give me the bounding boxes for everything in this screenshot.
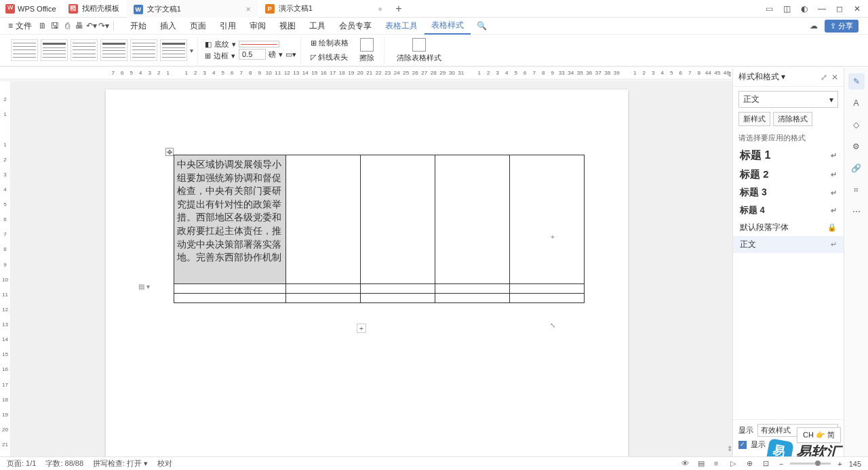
menu-tab-member[interactable]: 会员专享 xyxy=(332,18,378,34)
table-cell[interactable] xyxy=(510,155,585,284)
more-icon[interactable]: ⋯ xyxy=(848,203,865,220)
show-preview-checkbox[interactable] xyxy=(738,441,747,449)
statusbar: 页面: 1/1 字数: 88/88 拼写检查: 打开 ▾ 校对 👁 ▤ ≡ ▷ … xyxy=(0,456,868,470)
style-item[interactable]: 默认段落字体🔒 xyxy=(733,219,844,236)
style-item[interactable]: 正文↵ xyxy=(733,236,844,253)
page-indicator[interactable]: 页面: 1/1 xyxy=(7,458,36,469)
tab-close-icon[interactable]: ● xyxy=(378,4,382,14)
tab-close-icon[interactable]: × xyxy=(246,5,251,14)
table-move-handle[interactable]: ✥ xyxy=(165,148,174,156)
table-resize-handle[interactable]: ⤡ xyxy=(549,321,556,328)
menu-tab-page[interactable]: 页面 xyxy=(183,18,213,34)
tab-presentation[interactable]: P 演示文稿1 ● xyxy=(258,0,390,18)
border-apply-icon[interactable]: ▭▾ xyxy=(285,50,296,59)
table-style-preset[interactable] xyxy=(41,39,68,61)
zoom-slider[interactable] xyxy=(790,463,831,465)
style-item[interactable]: 标题 4↵ xyxy=(733,201,844,219)
cloud-icon[interactable]: ☁ xyxy=(808,20,819,31)
page-view-icon[interactable]: ▤ xyxy=(698,459,707,469)
outline-view-icon[interactable]: ≡ xyxy=(714,459,724,469)
share-button[interactable]: ⇪分享 xyxy=(825,20,859,33)
eye-icon[interactable]: 👁 xyxy=(682,459,691,469)
border-color-dropdown[interactable] xyxy=(239,41,279,47)
close-pane-icon[interactable]: ✕ xyxy=(831,73,838,82)
zoom-in-button[interactable]: + xyxy=(837,460,842,468)
table-cell[interactable] xyxy=(435,155,510,284)
table-style-preset[interactable] xyxy=(71,39,98,61)
add-row-button[interactable]: + xyxy=(357,324,366,333)
table-style-preset[interactable] xyxy=(160,39,187,61)
current-style-dropdown[interactable]: 正文▾ xyxy=(738,91,838,108)
new-doc-icon[interactable]: 🗎 xyxy=(37,20,48,31)
window-cube-icon[interactable]: ◫ xyxy=(778,1,795,17)
table-style-preset[interactable] xyxy=(11,39,38,61)
tab-templates[interactable]: 稻 找稻壳模板 xyxy=(62,0,127,18)
zoom-out-button[interactable]: − xyxy=(779,460,783,468)
new-tab-button[interactable]: + xyxy=(390,3,407,15)
ime-indicator[interactable]: CH 👉 简 xyxy=(797,427,841,443)
new-style-button[interactable]: 新样式 xyxy=(738,112,770,126)
redo-icon[interactable]: ↷▾ xyxy=(98,20,109,31)
save-icon[interactable]: 🖫 xyxy=(50,20,60,31)
paragraph-options-handle[interactable]: ▤ ▾ xyxy=(138,283,150,290)
web-view-icon[interactable]: ⊕ xyxy=(747,459,756,469)
table-style-preset[interactable] xyxy=(130,39,157,61)
table-cell[interactable] xyxy=(174,294,286,303)
draw-table-button[interactable]: ⊞绘制表格 xyxy=(308,37,351,50)
style-a-icon[interactable]: A xyxy=(848,95,865,111)
document-table[interactable]: 中央区域协调发展领导小组要加强统筹协调和督促检查，中央有关部门要研究提出有针对性… xyxy=(174,155,585,303)
diagonal-header-button[interactable]: ◸斜线表头 xyxy=(308,51,351,64)
menu-tab-tools[interactable]: 工具 xyxy=(302,18,332,34)
menu-tab-references[interactable]: 引用 xyxy=(213,18,243,34)
style-item[interactable]: 标题 2↵ xyxy=(733,165,844,184)
document-area[interactable]: ✥ ▤ ▾ 中央区域协调发展领导小组要加强统筹协调和督促检查，中央有关部门要研究… xyxy=(11,81,844,456)
shading-label[interactable]: 底纹 xyxy=(214,39,229,50)
zoom-value[interactable]: 145 xyxy=(849,460,861,468)
crop-icon[interactable]: ⌗ xyxy=(848,182,865,198)
shape-icon[interactable]: ◇ xyxy=(848,117,865,133)
pencil-icon[interactable]: ✎ xyxy=(848,73,865,90)
link-icon[interactable]: 🔗 xyxy=(848,160,865,176)
proofing-status[interactable]: 校对 xyxy=(157,458,172,469)
tab-document[interactable]: W 文字文稿1 × xyxy=(127,0,258,18)
menu-tab-insert[interactable]: 插入 xyxy=(153,18,183,34)
window-multi-icon[interactable]: ▭ xyxy=(761,1,777,17)
menu-tab-table-style[interactable]: 表格样式 xyxy=(425,18,471,35)
window-maximize-button[interactable]: ◻ xyxy=(831,1,848,17)
table-cell[interactable] xyxy=(286,155,361,284)
print-preview-icon[interactable]: 🖶 xyxy=(74,20,85,31)
clear-format-button[interactable]: 清除格式 xyxy=(773,112,812,126)
table-cell-content[interactable]: 中央区域协调发展领导小组要加强统筹协调和督促检查，中央有关部门要研究提出有针对性… xyxy=(174,155,286,284)
window-minimize-button[interactable]: — xyxy=(814,1,830,17)
eraser-button[interactable]: 擦除 xyxy=(354,38,380,63)
spellcheck-status[interactable]: 拼写检查: 打开 ▾ xyxy=(93,458,148,469)
ruler-collapse-icon[interactable]: ⇕ xyxy=(727,445,732,452)
menu-tab-review[interactable]: 审阅 xyxy=(243,18,273,34)
menu-tab-table-tools[interactable]: 表格工具 xyxy=(378,18,425,34)
style-item[interactable]: 标题 3↵ xyxy=(733,184,844,201)
menu-tab-view[interactable]: 视图 xyxy=(273,18,302,34)
window-globe-icon[interactable]: ◐ xyxy=(796,1,812,17)
print-icon[interactable]: ⎙ xyxy=(62,20,73,31)
vertical-ruler[interactable]: 21123456789101112131415161718192021 xyxy=(0,81,11,456)
ruler-collapse-icon[interactable]: ⇕ xyxy=(727,71,732,78)
file-menu[interactable]: ≡ 文件 xyxy=(4,20,36,32)
reading-view-icon[interactable]: ▷ xyxy=(730,459,740,469)
border-width-input[interactable]: 0.5 xyxy=(239,49,266,60)
pin-icon[interactable]: ⤢ xyxy=(821,73,827,82)
window-close-button[interactable]: ✕ xyxy=(849,1,865,17)
fit-width-icon[interactable]: ⊡ xyxy=(763,459,772,469)
column-add-handle[interactable]: + xyxy=(549,233,556,240)
gear-icon[interactable]: ⚙ xyxy=(848,138,865,155)
search-icon[interactable]: 🔍 xyxy=(476,20,487,31)
word-count[interactable]: 字数: 88/88 xyxy=(45,458,83,469)
gallery-more-icon[interactable]: ▾ xyxy=(190,47,193,54)
undo-icon[interactable]: ↶▾ xyxy=(86,20,97,31)
table-cell[interactable] xyxy=(174,284,286,294)
table-cell[interactable] xyxy=(361,155,435,284)
style-item[interactable]: 标题 1↵ xyxy=(733,146,844,165)
clear-table-style-button[interactable]: 清除表格样式 xyxy=(391,38,447,63)
table-style-preset[interactable] xyxy=(100,39,127,61)
border-label[interactable]: 边框 xyxy=(214,51,229,61)
menu-tab-home[interactable]: 开始 xyxy=(123,18,153,34)
